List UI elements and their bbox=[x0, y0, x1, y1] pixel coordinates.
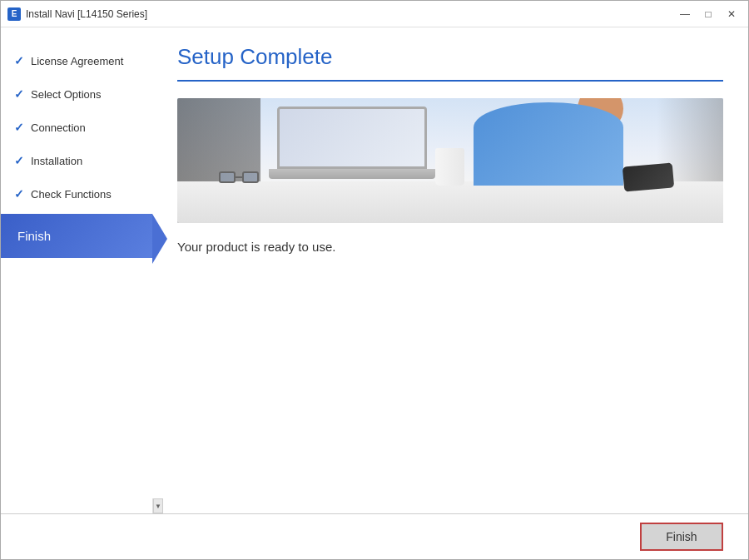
sidebar-item-check-functions: ✓ Check Functions bbox=[1, 177, 152, 211]
bottom-bar: Finish bbox=[1, 513, 748, 559]
checkmark-license: ✓ bbox=[14, 54, 24, 67]
checkmark-check-functions: ✓ bbox=[14, 187, 24, 201]
glasses-bridge bbox=[236, 176, 242, 178]
laptop-base bbox=[269, 169, 435, 179]
laptop bbox=[277, 107, 427, 186]
title-separator bbox=[177, 80, 723, 82]
glasses-right-lens bbox=[242, 171, 259, 183]
window-controls: — □ ✕ bbox=[675, 6, 742, 22]
title-bar: E Install Navi [L14150 Series] — □ ✕ bbox=[1, 1, 748, 27]
glasses bbox=[219, 171, 260, 185]
maximize-button[interactable]: □ bbox=[698, 6, 718, 22]
checkmark-select-options: ✓ bbox=[14, 87, 24, 101]
sidebar-item-license-agreement: ✓ License Agreement bbox=[1, 44, 152, 77]
sidebar-label-connection: Connection bbox=[31, 121, 86, 134]
minimize-button[interactable]: — bbox=[675, 6, 695, 22]
sidebar-item-installation: ✓ Installation bbox=[1, 144, 152, 177]
sidebar-label-license: License Agreement bbox=[31, 55, 123, 67]
ready-text: Your product is ready to use. bbox=[177, 240, 723, 254]
close-button[interactable]: ✕ bbox=[722, 6, 742, 22]
main-window: E Install Navi [L14150 Series] — □ ✕ ✓ L… bbox=[0, 0, 749, 560]
checkmark-installation: ✓ bbox=[14, 154, 24, 167]
content-inner: Setup Complete bbox=[152, 27, 748, 498]
mug bbox=[435, 148, 464, 186]
person-figure bbox=[474, 98, 640, 186]
sidebar-finish-label: Finish bbox=[17, 229, 51, 243]
scrollbar[interactable]: ▲ ▼ bbox=[152, 498, 162, 513]
sidebar-item-select-options: ✓ Select Options bbox=[1, 77, 152, 111]
hero-image bbox=[177, 98, 723, 223]
phone-device bbox=[623, 162, 674, 191]
sidebar-item-connection: ✓ Connection bbox=[1, 111, 152, 144]
scrollbar-down-arrow[interactable]: ▼ bbox=[153, 498, 163, 513]
sidebar: ✓ License Agreement ✓ Select Options ✓ C… bbox=[1, 27, 152, 513]
content-area: Setup Complete bbox=[152, 27, 748, 513]
person-body bbox=[474, 102, 623, 186]
sidebar-item-finish[interactable]: Finish bbox=[1, 214, 152, 258]
hero-scene bbox=[177, 98, 723, 223]
glasses-left-lens bbox=[219, 171, 236, 183]
finish-button[interactable]: Finish bbox=[640, 523, 723, 551]
title-bar-left: E Install Navi [L14150 Series] bbox=[7, 7, 147, 21]
sidebar-label-select-options: Select Options bbox=[31, 88, 102, 101]
sidebar-label-installation: Installation bbox=[31, 155, 82, 167]
checkmark-connection: ✓ bbox=[14, 121, 24, 134]
app-icon: E bbox=[7, 7, 21, 21]
laptop-screen bbox=[277, 107, 427, 169]
main-content: ✓ License Agreement ✓ Select Options ✓ C… bbox=[1, 27, 748, 513]
window-title: Install Navi [L14150 Series] bbox=[26, 8, 147, 20]
page-title: Setup Complete bbox=[177, 44, 723, 70]
sidebar-label-check-functions: Check Functions bbox=[31, 188, 112, 201]
